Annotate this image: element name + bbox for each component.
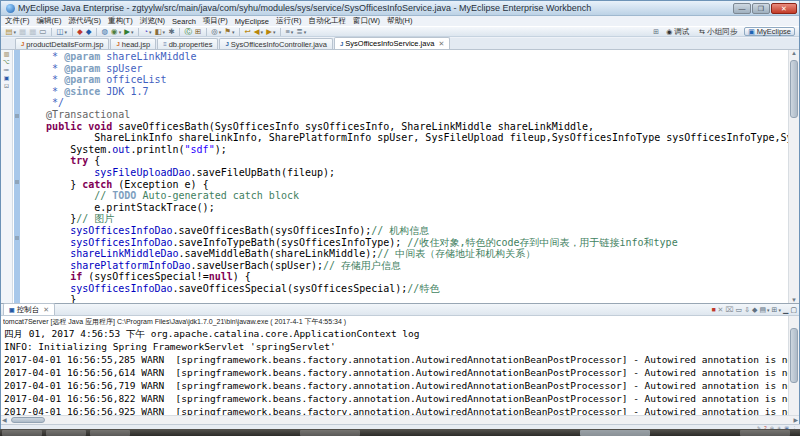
annotation-marker-bar[interactable] (14, 50, 20, 303)
perspective-debug[interactable]: ◉ 调试 (663, 27, 692, 36)
last-edit-icon[interactable]: ↩ (243, 27, 252, 36)
dropdown-arrow-icon[interactable]: ▾ (163, 29, 166, 35)
taskbar-item[interactable] (740, 430, 790, 436)
perspective-team-sync[interactable]: ⇆ 小组同步 (696, 27, 740, 36)
editor-tab[interactable]: ≡db.properties (157, 38, 218, 49)
editor-tab[interactable]: JSysOfficesInfoController.java (219, 38, 333, 49)
coverage-icon[interactable]: ◧▾ (153, 27, 167, 36)
taskbar-item[interactable] (2, 430, 42, 436)
editor-tab[interactable]: Jhead.jsp (110, 38, 156, 49)
run-launch-icon[interactable]: ▶▾ (123, 27, 135, 36)
terminate-icon[interactable]: ■ (711, 305, 715, 315)
deploy-server-icon[interactable]: ◆ (76, 27, 85, 36)
editor-tab[interactable]: JproductDetailsForm.jsp (15, 38, 109, 49)
restore-server-view-icon[interactable]: ▣ (4, 75, 10, 82)
menu-项目(P)[interactable]: 项目(P) (203, 16, 228, 26)
scroll-up-icon[interactable]: ▲ (789, 50, 799, 56)
taskbar-item[interactable] (300, 430, 360, 436)
external-tools-icon[interactable]: ✱ (167, 27, 176, 36)
save-all-icon[interactable]: ▦ (28, 27, 38, 36)
dropdown-arrow-icon[interactable]: ▾ (767, 307, 770, 313)
menu-Search[interactable]: Search (172, 17, 196, 26)
dropdown-arrow-icon[interactable]: ▾ (273, 29, 276, 35)
menu-源代码(S)[interactable]: 源代码(S) (69, 16, 102, 26)
code-editor[interactable]: ▥⌥≔▣⊡ * @param shareLinkMiddle * @param … (1, 50, 799, 303)
forward-icon[interactable]: ▶▾ (265, 27, 277, 36)
minimize-view-icon[interactable]: ▁ (783, 305, 788, 315)
search-icon[interactable]: ◎▾ (210, 27, 223, 36)
minimize-button[interactable]: — (733, 3, 751, 14)
pin-console-icon[interactable]: ◆ (752, 305, 757, 315)
menu-自动化工程[interactable]: 自动化工程 (308, 16, 346, 26)
scroll-lock-icon[interactable]: ⇩ (744, 305, 750, 315)
menu-重构(T)[interactable]: 重构(T) (108, 16, 133, 26)
app-server-icon[interactable]: ◆ (84, 27, 93, 36)
restore-package-explorer-icon[interactable]: ▥ (4, 51, 10, 58)
print-icon[interactable]: ▭ (38, 27, 48, 36)
taskbar-item-active[interactable] (580, 430, 650, 436)
open-perspective-icon[interactable]: ⊞ (653, 28, 659, 36)
db-explorer-icon[interactable]: ◫▾ (55, 27, 69, 36)
dropdown-arrow-icon[interactable]: ▾ (219, 29, 222, 35)
menu-运行(R)[interactable]: 运行(R) (276, 16, 301, 26)
maximize-button[interactable]: ❐ (752, 3, 770, 14)
remove-launch-icon[interactable]: ✕ (718, 305, 724, 315)
new-package-icon[interactable]: ⊞ (193, 27, 202, 36)
scrollbar-thumb[interactable] (790, 60, 798, 118)
title-bar[interactable]: MyEclipse Java Enterprise - zgtyylw/src/… (1, 1, 799, 16)
back-icon[interactable]: ◀▾ (252, 27, 264, 36)
windows-taskbar[interactable] (0, 429, 800, 436)
console-horizontal-scrollbar[interactable]: ◀ ▶ (1, 415, 799, 424)
menu-编辑(E)[interactable]: 编辑(E) (37, 16, 62, 26)
perspective-myeclipse[interactable]: ▣ MyEclipse (744, 27, 795, 36)
dropdown-arrow-icon[interactable]: ▾ (131, 29, 134, 35)
profile-icon[interactable]: ◔▾ (142, 27, 153, 36)
clear-console-icon[interactable]: ▭ (736, 305, 743, 315)
taskbar-item[interactable] (90, 430, 130, 436)
menu-窗口(W)[interactable]: 窗口(W) (353, 16, 380, 26)
display-console-icon[interactable]: ▤▾ (759, 305, 769, 315)
close-icon[interactable]: ✕ (438, 40, 444, 48)
tab-console[interactable]: ▣ 控制台 ✕ (3, 303, 55, 315)
editor-tab[interactable]: JSysOfficesInfoService.java✕ (334, 37, 450, 49)
code-area[interactable]: * @param shareLinkMiddle * @param spUser… (22, 51, 788, 303)
toggle-mark-icon[interactable]: ⚑▾ (223, 27, 236, 36)
annotation-prev-icon[interactable]: ≣▾ (295, 27, 308, 36)
remove-all-icon[interactable]: ⌧ (725, 305, 733, 315)
menu-MyEclipse[interactable]: MyEclipse (235, 17, 269, 26)
menu-帮助(H)[interactable]: 帮助(H) (387, 16, 412, 26)
menu-浏览(N)[interactable]: 浏览(N) (140, 16, 165, 26)
dropdown-arrow-icon[interactable]: ▾ (291, 29, 294, 35)
save-icon[interactable]: ▦ (18, 27, 28, 36)
dropdown-arrow-icon[interactable]: ▾ (232, 29, 235, 35)
open-console-icon[interactable]: ⊞▾ (772, 305, 781, 315)
close-button[interactable]: ✕ (771, 3, 797, 14)
dropdown-arrow-icon[interactable]: ▾ (149, 29, 152, 35)
taskbar-item[interactable] (46, 430, 86, 436)
scrollbar-thumb[interactable] (11, 417, 45, 423)
dropdown-arrow-icon[interactable]: ▾ (64, 29, 67, 35)
editor-vertical-scrollbar[interactable]: ▲ ▼ (788, 50, 799, 303)
restore-outline-icon[interactable]: ≔ (4, 67, 10, 74)
dropdown-arrow-icon[interactable]: ▾ (261, 29, 264, 35)
dropdown-arrow-icon[interactable]: ▾ (304, 29, 307, 35)
scroll-right-icon[interactable]: ▶ (793, 416, 798, 423)
scroll-left-icon[interactable]: ◀ (2, 416, 7, 423)
dropdown-arrow-icon[interactable]: ▾ (119, 29, 122, 35)
maximize-view-icon[interactable]: ▢ (790, 305, 797, 315)
restore-navigator-icon[interactable]: ⊡ (4, 83, 9, 90)
new-wizard-icon[interactable]: ▤▾ (4, 27, 18, 36)
debug-launch-icon[interactable]: ◉▾ (110, 27, 123, 36)
close-icon[interactable]: ✕ (43, 306, 49, 314)
console-output[interactable]: 四月 01, 2017 4:56:53 下午 org.apache.catali… (4, 327, 788, 417)
code-token: // 存储用户信息 (323, 260, 401, 271)
scrollbar-thumb[interactable] (790, 328, 798, 383)
annotation-next-icon[interactable]: ≡▾ (284, 27, 295, 36)
console-vertical-scrollbar[interactable] (788, 316, 799, 415)
web-browser-icon[interactable]: ◍ (100, 27, 110, 36)
dropdown-arrow-icon[interactable]: ▾ (14, 29, 17, 35)
menu-文件(F)[interactable]: 文件(F) (5, 16, 30, 26)
restore-hierarchy-icon[interactable]: ⌥ (3, 59, 10, 66)
dropdown-arrow-icon[interactable]: ▾ (778, 307, 781, 313)
new-java-class-icon[interactable]: Ⓒ (183, 27, 194, 36)
